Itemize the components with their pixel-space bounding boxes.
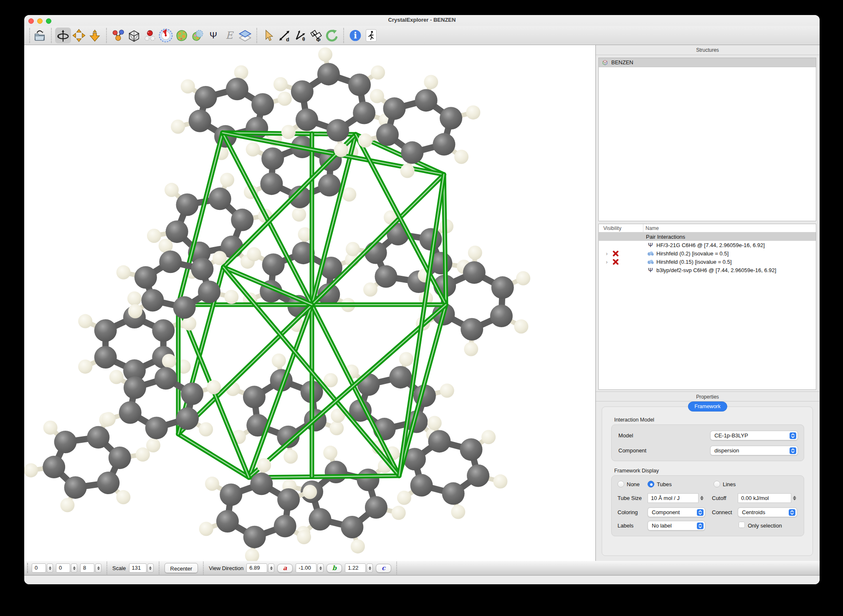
coloring-select[interactable]: Component — [648, 507, 705, 517]
labels-select[interactable]: No label — [648, 521, 705, 530]
structure-cube-icon — [602, 59, 608, 66]
crystal-scene — [24, 45, 596, 561]
interaction-row-wavefunction-hf[interactable]: Ψ HF/3-21G C6H6 @ [7.44, 2.96059e-16, 6.… — [599, 241, 816, 249]
planes-button[interactable] — [237, 28, 253, 43]
framework-display-label: Framework Display — [614, 468, 659, 474]
coloring-label: Coloring — [618, 509, 638, 515]
show-hydrogens-button[interactable] — [142, 28, 158, 43]
interaction-row-hirshfeld-02[interactable]: › Hirshfeld (0.2) [isovalue = 0.5] — [599, 249, 816, 258]
info-button[interactable]: i — [347, 28, 363, 43]
framework-tab[interactable]: Framework — [688, 401, 727, 412]
rotate-tool-button[interactable] — [55, 28, 71, 43]
view-direction-b-spinbox[interactable]: -1.00 — [296, 563, 324, 573]
radio-tubes[interactable]: Tubes — [648, 481, 672, 487]
direction-z-spinbox[interactable]: 8 — [80, 563, 101, 573]
radio-circle[interactable] — [714, 481, 720, 487]
cutoff-field[interactable]: 0.00 kJ/mol — [738, 493, 791, 503]
measure-distance-button[interactable]: d — [276, 28, 292, 43]
axis-b-button[interactable]: b — [327, 564, 342, 573]
tube-size-stepper[interactable] — [699, 493, 705, 503]
measure-angle-icon: θ — [294, 29, 307, 42]
component-label: Component — [618, 447, 646, 454]
interaction-energies-button[interactable]: E — [221, 28, 237, 43]
model-select[interactable]: CE-1p-B3LYP — [710, 431, 798, 440]
toolbar-grip[interactable] — [29, 28, 30, 43]
app-window: CrystalExplorer - BENZEN — [24, 15, 820, 584]
radio-circle-selected[interactable] — [648, 481, 654, 487]
surface-icon — [647, 251, 654, 256]
framework-properties-box: Interaction Model Model CE-1p-B3LYP Comp… — [602, 406, 813, 556]
unit-cell-button[interactable] — [126, 28, 142, 43]
only-selection-checkbox[interactable] — [739, 522, 745, 528]
view-direction-label: View Direction — [209, 565, 243, 571]
translate-tool-button[interactable] — [71, 28, 87, 43]
interaction-row-wavefunction-b3lyp[interactable]: Ψ b3lyp/def2-svp C6H6 @ [7.44, 2.96059e-… — [599, 266, 816, 274]
wavefunction-button[interactable]: Ψ — [205, 28, 221, 43]
interaction-model-label: Interaction Model — [614, 417, 654, 423]
running-man-icon — [367, 30, 375, 40]
atoms-icon — [111, 29, 125, 42]
open-file-button[interactable] — [32, 28, 48, 43]
scale-stepper[interactable] — [147, 563, 154, 573]
cutoff-label: Cutoff — [712, 495, 726, 501]
title-bar[interactable]: CrystalExplorer - BENZEN — [24, 15, 820, 26]
dihedral-glyph: Φ — [316, 37, 321, 43]
statusbar-grip[interactable] — [27, 563, 28, 573]
connect-select[interactable]: Centroids — [738, 507, 797, 517]
pair-interactions-group-row[interactable]: Pair Interactions — [599, 232, 816, 241]
structure-label: BENZEN — [611, 59, 633, 66]
scale-spinbox[interactable]: 131 — [129, 563, 154, 573]
info-icon: i — [349, 29, 362, 42]
radio-none[interactable]: None — [618, 481, 640, 487]
axis-a-button[interactable]: a — [277, 564, 293, 573]
cursor-icon — [262, 29, 275, 42]
structure-item-benzen[interactable]: BENZEN — [599, 58, 816, 67]
expand-chevron-icon[interactable]: › — [606, 250, 608, 257]
only-selection-label: Only selection — [748, 523, 782, 529]
measure-dihedral-button[interactable]: Φ — [308, 28, 324, 43]
select-tool-button[interactable] — [261, 28, 276, 43]
structures-list[interactable]: BENZEN — [598, 58, 816, 221]
show-atoms-button[interactable] — [110, 28, 126, 43]
recenter-button[interactable]: Recenter — [165, 563, 198, 573]
component-select[interactable]: dispersion — [710, 446, 798, 455]
cutoff-stepper[interactable] — [792, 493, 797, 503]
svg-text:i: i — [354, 30, 357, 40]
rotate-icon — [56, 29, 70, 42]
orientation-dial-button[interactable] — [158, 28, 174, 43]
radio-lines[interactable]: Lines — [714, 481, 736, 487]
view-direction-c-spinbox[interactable]: 1.22 — [345, 563, 373, 573]
hidden-cross-icon[interactable] — [613, 259, 619, 265]
measure-angle-button[interactable]: θ — [292, 28, 308, 43]
translate-icon — [72, 29, 86, 42]
y-stepper[interactable] — [71, 563, 77, 573]
molecule-viewport[interactable] — [24, 45, 596, 561]
tube-size-field[interactable]: 10 Å mol / J — [648, 493, 699, 503]
select-chevrons-icon — [697, 509, 704, 516]
undo-button[interactable] — [324, 28, 340, 43]
toolbar: Ψ E d — [24, 26, 820, 45]
z-stepper[interactable] — [95, 563, 101, 573]
interaction-row-hirshfeld-015[interactable]: › Hirshfeld (0.15) [isovalue = 0.5] — [599, 258, 816, 266]
undo-icon — [325, 28, 339, 43]
view-direction-a-spinbox[interactable]: 6.89 — [246, 563, 274, 573]
axis-c-button[interactable]: c — [376, 564, 391, 573]
radio-circle[interactable] — [618, 481, 624, 487]
expand-chevron-icon[interactable]: › — [606, 259, 608, 265]
connect-label: Connect — [712, 509, 732, 515]
hirshfeld-surface-button[interactable] — [174, 28, 190, 43]
promolecule-surface-button[interactable] — [190, 28, 205, 43]
labels-label: Labels — [618, 523, 633, 529]
select-chevrons-icon — [790, 432, 796, 439]
x-stepper[interactable] — [47, 563, 53, 573]
interactions-table[interactable]: Visibility Name Pair Interactions Ψ HF/3… — [598, 224, 816, 390]
direction-y-spinbox[interactable]: 0 — [56, 563, 77, 573]
scale-tool-button[interactable] — [87, 28, 103, 43]
hidden-cross-icon[interactable] — [613, 250, 619, 257]
hydrogens-icon — [144, 29, 156, 42]
run-external-button[interactable] — [363, 28, 379, 43]
measure-distance-icon: d — [278, 29, 291, 42]
direction-x-spinbox[interactable]: 0 — [32, 563, 53, 573]
scale-label: Scale — [112, 565, 126, 571]
unit-cell-cube-icon — [127, 28, 141, 43]
